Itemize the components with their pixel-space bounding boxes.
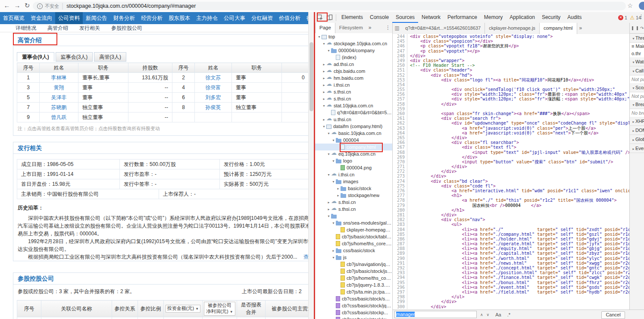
editor-panel-icon[interactable]: ▥ (393, 23, 401, 34)
tree-item-hm.baidu.com[interactable]: ▸hm.baidu.com (315, 75, 392, 81)
code-line[interactable]: 261 <div class="search fr"> (393, 116, 629, 121)
code-line[interactable]: 256 <div style="width:120px;" class="fr"… (393, 92, 629, 97)
line-number[interactable]: 299 (393, 299, 407, 304)
nav-item-12[interactable]: 行业对比 (303, 12, 308, 24)
line-number[interactable]: 280 (393, 208, 407, 213)
reload-icon[interactable]: ↻ (23, 2, 31, 9)
line-number[interactable]: 275 (393, 184, 407, 188)
line-number[interactable]: 253 (393, 78, 407, 82)
nav-item-5[interactable]: 财务分析 (110, 12, 138, 24)
line-number[interactable]: 247 (393, 49, 407, 53)
line-number[interactable]: 266 (393, 140, 407, 145)
tree-item-cb-js-home-ths_core.min...[interactable]: cb?js/home/ths_core.min... (315, 275, 392, 281)
code-line[interactable]: 254 (393, 82, 629, 87)
view-all-link[interactable]: 查看全部 (303, 254, 308, 260)
code-line[interactable]: 278 <a href="./" tid="this" posid="r1c2"… (393, 198, 629, 203)
tree-item--index-[interactable]: (index) (315, 54, 392, 61)
line-number[interactable]: 260 (393, 111, 407, 116)
warning-badge-icon[interactable]: ⚠ (630, 15, 635, 21)
debugger-dom-breakpoints[interactable]: ▸DOM Breakpoints (630, 126, 644, 135)
code-line[interactable]: 270 <input type="button" value="搜索" clas… (393, 160, 629, 164)
code-line[interactable]: 251 <div class="header"> (393, 68, 629, 72)
line-number[interactable]: 277 (393, 193, 407, 198)
line-number[interactable]: 269 (393, 155, 407, 160)
debugger-global-listeners[interactable]: ▸Global Listeners (630, 135, 644, 144)
code-line[interactable]: 263 <a href="javascript:void(0)" class="… (393, 126, 629, 131)
line-number[interactable]: 262 (393, 121, 407, 125)
tree-item-i.thsi.cn[interactable]: ▸i.thsi.cn (315, 81, 392, 88)
navigator-tab-page[interactable]: Page (315, 23, 335, 33)
nav-item-3[interactable]: 公司资料 (55, 12, 83, 24)
devtools-tab-application[interactable]: Application (506, 13, 538, 23)
sub-nav-item-3[interactable]: 发行相关 (79, 25, 100, 32)
nav-item-11[interactable]: 价值分析 (276, 12, 303, 24)
devtools-tab-security[interactable]: Security (538, 13, 564, 23)
tree-item-s.thsi.cn[interactable]: ▸s.thsi.cn (315, 206, 392, 213)
devtools-menu-icon[interactable]: ⋮ (638, 13, 644, 20)
line-number[interactable]: 281 (393, 213, 407, 217)
tree-item-u.thsi.cn[interactable]: ▸u.thsi.cn (315, 116, 392, 123)
code-line[interactable]: 265 </div> (393, 135, 629, 140)
code-line[interactable]: 262 <div id="updownchange" type="once" c… (393, 121, 629, 125)
nav-item-7[interactable]: 股东股本 (166, 12, 193, 24)
nav-item-9[interactable]: 公司大事 (221, 12, 248, 24)
editor-tab-company.html[interactable]: company.html (540, 23, 577, 34)
navigator-tab-filesystem[interactable]: Filesystem (335, 23, 367, 33)
line-number[interactable]: 254 (393, 82, 407, 87)
executive-name-link[interactable]: 徐文苏 (206, 75, 221, 81)
tree-item-css-basic-stock[interactable]: ▸css/basic/stock (315, 247, 392, 254)
executive-name-link[interactable]: 吴泽非 (51, 94, 67, 100)
code-line[interactable]: 250<!-- F10 Header Start --> (393, 63, 629, 68)
code-line[interactable]: 288 <li><a href="./equity.html" target="… (393, 246, 629, 251)
tree-item-s.thsi.cn[interactable]: ▸s.thsi.cn (315, 95, 392, 102)
search-prev-icon[interactable]: ∧ (480, 313, 483, 317)
exec-cell[interactable]: 131.61万股 (128, 73, 172, 83)
code-line[interactable]: 290 <li><a href="./worth.html" target="_… (393, 256, 629, 261)
line-number[interactable]: 255 (393, 87, 407, 92)
code-line[interactable]: 267 <div class="text fl"> (393, 145, 629, 150)
address-bar[interactable]: i 不安全 | stockpage.10jqka.com.cn/000004/c… (33, 2, 626, 10)
code-line[interactable]: 275 <div class="code fl"> (393, 184, 629, 188)
code-line[interactable]: 258 </div> (393, 102, 629, 106)
code-line[interactable]: 281 </div> (393, 213, 629, 217)
code-line[interactable]: 255 <div onclick="sendTalog('f10_click_q… (393, 87, 629, 92)
tree-item-000004[interactable]: ▾000004 (315, 137, 392, 144)
line-number[interactable]: 250 (393, 63, 407, 68)
tree-item-q-dt-0-tt-0-rt-0-bt-5-...[interactable]: q?dt=0&tt=0&rt=0&bt=5&... (315, 109, 392, 116)
tree-item-stat.10jqka.com.cn[interactable]: ▾stat.10jqka.com.cn (315, 102, 392, 109)
nav-item-1[interactable]: 首页概览 (0, 12, 28, 24)
line-number[interactable]: 288 (393, 246, 407, 251)
code-line[interactable]: 252 <div class="hd"> (393, 73, 629, 78)
devtools-tab-audits[interactable]: Audits (564, 13, 585, 23)
nav-item-8[interactable]: 主力持仓 (193, 12, 221, 24)
code-line[interactable]: 292 <li><a href="./concept.html" target=… (393, 266, 629, 270)
tree-item-cb-css-basic-stock-jquery...[interactable]: cb?css/basic/stock/jquery... (315, 302, 392, 309)
code-line[interactable]: 266 <div class="fl searchbar"> (393, 140, 629, 145)
line-number[interactable]: 295 (393, 280, 407, 285)
code-line[interactable]: 247 <p class="vpoptxt"></p> (393, 49, 629, 53)
nav-item-2[interactable]: 资金流向 (28, 12, 55, 24)
debugger-call-stack[interactable]: ▾Call Stack (630, 66, 644, 75)
tree-item-top[interactable]: ▾top (315, 33, 392, 40)
profile-avatar[interactable] (639, 2, 644, 10)
code-line[interactable]: 248</div> (393, 53, 629, 58)
line-number[interactable]: 294 (393, 275, 407, 280)
tree-item-i.thsi.cn[interactable]: ▾i.thsi.cn (315, 171, 392, 178)
pause-icon[interactable] (632, 26, 638, 30)
code-line[interactable]: 282 <div class="nav"> (393, 217, 629, 222)
line-number[interactable]: 285 (393, 232, 407, 237)
manager-tab-3[interactable]: 高管(3人) (94, 52, 126, 62)
line-number[interactable]: 259 (393, 106, 407, 111)
line-number[interactable]: 249 (393, 58, 407, 63)
code-line[interactable]: 244<div class="votepopbox voteinfo" styl… (393, 34, 629, 39)
code-line[interactable]: 273 </div> (393, 174, 629, 178)
navigator-menu-icon[interactable]: ⋮ (385, 23, 391, 33)
sub-nav-item-2[interactable]: 高管介绍 (47, 25, 68, 32)
line-number[interactable]: 267 (393, 145, 407, 150)
tree-item-s.thsi.cn[interactable]: ▸s.thsi.cn (315, 88, 392, 95)
line-number[interactable]: 283 (393, 222, 407, 227)
line-number[interactable]: 244 (393, 34, 407, 39)
code-line[interactable]: 271 </div> (393, 164, 629, 169)
error-badge-icon[interactable]: ✕ (618, 15, 623, 20)
page-scrollbar[interactable] (308, 12, 314, 319)
